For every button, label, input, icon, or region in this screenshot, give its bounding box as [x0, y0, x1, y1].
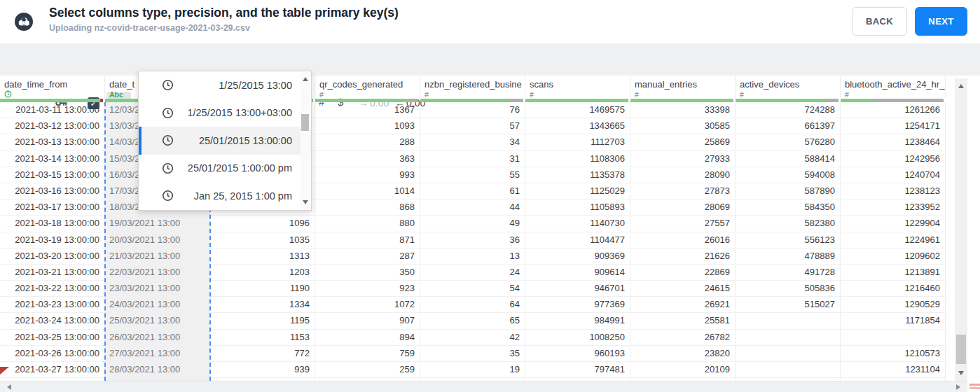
number-type-label: #: [740, 90, 840, 98]
column-header[interactable]: nzbn_registered_busine#: [420, 76, 525, 98]
column-header[interactable]: active_devices#: [736, 76, 841, 98]
column-header[interactable]: scans#: [525, 76, 630, 98]
table-cell: 1093: [315, 118, 420, 134]
table-cell: 1014: [315, 183, 420, 199]
table-cell: 27933: [630, 151, 736, 167]
corner-indicator-bar: [969, 387, 980, 389]
horizontal-scrollbar[interactable]: [0, 381, 967, 392]
table-cell: 594008: [736, 167, 841, 183]
column-header[interactable]: qr_codes_generated#: [315, 76, 420, 98]
format-option[interactable]: 1/25/2015 13:00: [139, 71, 311, 99]
table-cell: 24615: [630, 281, 736, 296]
table-cell: 25/03/2021 13:00: [105, 313, 210, 328]
table-row: 2021-03-23 13:00:0024/03/2021 13:0013341…: [0, 297, 946, 313]
table-cell: 28/03/2021 13:00: [105, 362, 210, 377]
column-name: qr_codes_generated: [319, 79, 420, 90]
table-cell: 871: [315, 232, 420, 248]
scroll-down-icon[interactable]: [958, 371, 964, 375]
table-cell: 661397: [736, 118, 841, 134]
menu-scrollbar-thumb[interactable]: [301, 114, 309, 131]
corner-indicator-bar: [969, 384, 980, 386]
table-cell: 1233952: [841, 200, 946, 215]
upload-wizard-window: Select columns type, precision, and the …: [0, 0, 980, 392]
table-cell: 909614: [525, 265, 630, 280]
table-cell: 42: [420, 330, 525, 345]
table-cell: 960193: [525, 346, 630, 361]
table-cell: 977369: [525, 297, 630, 312]
number-type-label: #: [425, 90, 525, 98]
vertical-scrollbar[interactable]: [955, 78, 967, 381]
table-cell: 34: [420, 134, 525, 150]
table-row: 2021-03-22 13:00:0023/03/2021 13:0011909…: [0, 281, 946, 297]
table-cell: 26016: [630, 232, 736, 248]
format-option[interactable]: 25/01/2015 13:00:00: [139, 127, 311, 155]
scroll-right-icon[interactable]: [956, 384, 960, 390]
table-row: 2021-03-19 13:00:0020/03/2021 13:0010358…: [0, 232, 946, 248]
back-button[interactable]: BACK: [852, 7, 907, 36]
table-cell: 1224961: [841, 232, 946, 248]
column-name: active_devices: [740, 79, 840, 90]
table-cell: 1140730: [525, 216, 630, 231]
table-cell: 984991: [525, 313, 630, 328]
table-cell: 1216460: [841, 281, 946, 296]
table-cell: 36: [420, 232, 525, 248]
clock-icon: [162, 162, 174, 174]
table-cell: 24: [420, 265, 525, 280]
header-bar: Select columns type, precision, and the …: [0, 0, 980, 43]
format-option[interactable]: 25/01/2015 1:00:00 pm: [139, 155, 311, 183]
table-cell: 363: [315, 151, 420, 167]
table-row: 2021-03-27 13:00:0028/03/2021 13:0093925…: [0, 362, 946, 378]
table-cell: 21/03/2021 13:00: [105, 248, 210, 264]
column-header[interactable]: manual_entries#: [630, 76, 736, 98]
table-cell: 28069: [630, 200, 736, 215]
table-cell: 1238464: [841, 134, 946, 150]
scroll-left-icon[interactable]: [7, 384, 11, 390]
table-cell: 2021-03-18 13:00:00: [0, 216, 105, 231]
table-cell: 797481: [525, 362, 630, 377]
number-type-label: #: [319, 90, 420, 98]
table-row: 2021-03-21 13:00:0022/03/2021 13:0012033…: [0, 265, 946, 281]
table-cell: 44: [420, 200, 525, 215]
table-cell: 350: [315, 265, 420, 280]
scroll-down-icon[interactable]: [303, 200, 308, 204]
format-option[interactable]: 1/25/2015 13:00+03:00: [139, 99, 311, 127]
column-name: date_time_from: [4, 79, 104, 90]
table-cell: [736, 362, 841, 377]
table-cell: 35: [420, 346, 525, 361]
next-button[interactable]: NEXT: [915, 7, 967, 36]
column-header[interactable]: date_time_from: [0, 76, 105, 98]
table-cell: 946701: [525, 281, 630, 296]
table-cell: 287: [315, 248, 420, 264]
column-name: bluetooth_active_24_hr_: [845, 79, 945, 90]
table-cell: 65: [420, 313, 525, 328]
table-cell: 576280: [736, 134, 841, 150]
table-cell: 19/03/2021 13:00: [105, 216, 210, 231]
scroll-up-icon[interactable]: [958, 84, 964, 88]
table-cell: 772: [210, 346, 315, 361]
table-cell: 64: [420, 297, 525, 312]
table-cell: 2021-03-16 13:00:00: [0, 183, 105, 199]
table-row: 2021-03-26 13:00:0027/03/2021 13:0077275…: [0, 346, 946, 362]
table-cell: 556123: [736, 232, 841, 248]
table-cell: 894: [315, 330, 420, 345]
column-header[interactable]: bluetooth_active_24_hr_#: [841, 76, 946, 98]
selected-column-left-dash: [104, 102, 106, 381]
table-cell: 1469575: [525, 102, 630, 118]
table-cell: 2021-03-23 13:00:00: [0, 297, 105, 312]
format-option[interactable]: Jan 25, 2015 1:00 pm: [139, 182, 311, 210]
table-cell: 20109: [630, 362, 736, 377]
menu-scrollbar[interactable]: [301, 72, 310, 209]
table-cell: 2021-03-17 13:00:00: [0, 200, 105, 215]
table-cell: [736, 330, 841, 345]
scroll-up-icon[interactable]: [303, 77, 308, 81]
table-cell: 1334: [210, 297, 315, 312]
upload-cloud-icon: [15, 13, 33, 31]
format-option-list: 1/25/2015 13:001/25/2015 13:00+03:0025/0…: [139, 71, 311, 210]
table-cell: 2021-03-22 13:00:00: [0, 281, 105, 296]
vertical-scrollbar-thumb[interactable]: [956, 335, 966, 364]
table-cell: 1242956: [841, 151, 946, 167]
table-cell: 27/03/2021 13:00: [105, 346, 210, 361]
clock-icon: [162, 134, 174, 146]
table-cell: 1105893: [525, 200, 630, 215]
table-cell: 2021-03-24 13:00:00: [0, 313, 105, 328]
